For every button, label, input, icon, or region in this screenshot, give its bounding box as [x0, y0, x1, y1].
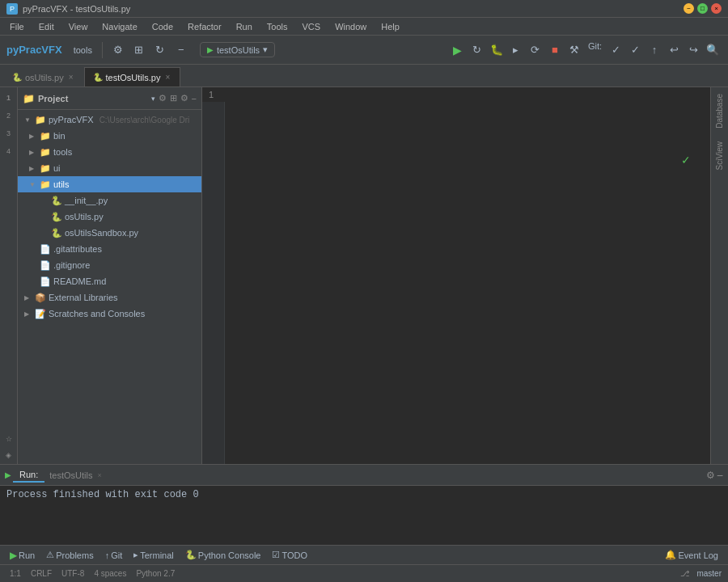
- tab-close-1[interactable]: ×: [67, 73, 75, 82]
- tree-arrow-external: ▶: [24, 294, 32, 302]
- tree-item-readme[interactable]: 📄 README.md: [18, 273, 201, 289]
- tree-label-gitattributes: .gitattributes: [53, 244, 102, 254]
- vcs-push-button[interactable]: ↑: [645, 41, 663, 59]
- search-button[interactable]: 🔍: [704, 41, 722, 59]
- status-python-version[interactable]: Python 2.7: [133, 569, 178, 578]
- run-config-selector[interactable]: ▶ testOsUtils ▾: [200, 42, 275, 57]
- toolbar: pyPracVFX tools ⚙ ⊞ ↻ − ▶ testOsUtils ▾ …: [0, 36, 728, 65]
- editor-code[interactable]: [225, 102, 710, 464]
- tree-item-ui[interactable]: ▶ 📁 ui: [18, 160, 201, 176]
- build-button[interactable]: ⚒: [565, 41, 583, 59]
- bottom-settings-btn[interactable]: ⚙: [706, 470, 715, 481]
- bottom-tabs-bar: ▶ Run: testOsUtils × ⚙ −: [0, 465, 728, 486]
- menu-navigate[interactable]: Navigate: [95, 20, 143, 33]
- status-encoding[interactable]: UTF-8: [58, 569, 87, 578]
- bottom-python-console-tab[interactable]: 🐍 Python Console: [180, 548, 266, 562]
- tree-item-gitignore[interactable]: 📄 .gitignore: [18, 257, 201, 273]
- redo-button[interactable]: ↪: [684, 41, 702, 59]
- tree-item-init-py[interactable]: 🐍 __init__.py: [18, 192, 201, 209]
- bottom-run-tab-btn[interactable]: ▶ Run: [5, 548, 40, 563]
- tree-item-scratches[interactable]: ▶ 📝 Scratches and Consoles: [18, 306, 201, 322]
- debug-button[interactable]: 🐛: [488, 41, 506, 59]
- minimize-button[interactable]: −: [684, 3, 694, 14]
- editor-main: [202, 102, 710, 464]
- tree-folder-icon-ui: 📁: [40, 163, 51, 174]
- project-settings-btn[interactable]: ⚙: [159, 93, 167, 103]
- close-button[interactable]: ×: [711, 3, 722, 14]
- toolbar-sync-btn[interactable]: ↻: [151, 41, 169, 59]
- tab-close-2[interactable]: ×: [163, 73, 171, 82]
- left-panel-icon-6[interactable]: ◈: [2, 449, 16, 464]
- menu-code[interactable]: Code: [146, 20, 180, 33]
- tree-item-utils[interactable]: ▼ 📁 utils: [18, 176, 201, 192]
- bottom-git-tab[interactable]: ↑ Git: [100, 549, 128, 562]
- run-tab-label: Run: [19, 550, 35, 560]
- git-icon: ↑: [105, 550, 110, 560]
- bottom-todo-tab[interactable]: ☑ TODO: [267, 548, 312, 562]
- undo-button[interactable]: ↩: [665, 41, 683, 59]
- status-line-ending[interactable]: CRLF: [28, 569, 55, 578]
- project-dropdown-icon[interactable]: ▾: [151, 95, 155, 103]
- left-panel-icon-1[interactable]: 1: [2, 91, 16, 105]
- tree-item-osutilssandbox-py[interactable]: 🐍 osUtilsSandbox.py: [18, 225, 201, 241]
- tree-arrow-bin: ▶: [29, 133, 37, 140]
- resume-button[interactable]: ↻: [468, 41, 486, 59]
- right-panel-sciview[interactable]: SciView: [715, 138, 724, 173]
- status-branch-name[interactable]: master: [696, 569, 722, 578]
- tree-item-osutils-py[interactable]: 🐍 osUtils.py: [18, 209, 201, 225]
- tree-folder-icon-tools: 📁: [40, 147, 51, 158]
- left-panel-icon-4[interactable]: 4: [2, 144, 16, 158]
- tree-file-icon-gitattributes: 📄: [40, 244, 51, 255]
- profile-button[interactable]: ⟳: [527, 41, 544, 59]
- left-panel-icon-3[interactable]: 3: [2, 126, 16, 141]
- bottom-run-tab-close[interactable]: ×: [97, 471, 101, 479]
- tree-item-external-libs[interactable]: ▶ 📦 External Libraries: [18, 289, 201, 306]
- tree-label-ui: ui: [53, 163, 61, 173]
- breadcrumb: 1: [202, 87, 710, 102]
- tab-py-icon-1: 🐍: [12, 73, 22, 82]
- coverage-button[interactable]: ▸: [507, 41, 525, 59]
- python-console-label: Python Console: [198, 550, 261, 560]
- project-folder-icon: 📁: [23, 93, 35, 104]
- menu-window[interactable]: Window: [328, 20, 373, 33]
- tree-item-gitattributes[interactable]: 📄 .gitattributes: [18, 241, 201, 257]
- toolbar-collapse-btn[interactable]: −: [172, 41, 190, 59]
- bottom-minimize-btn[interactable]: −: [717, 469, 723, 482]
- status-line-col[interactable]: 1:1: [6, 569, 24, 578]
- left-panel-icon-5[interactable]: ☆: [2, 432, 16, 446]
- tree-item-bin[interactable]: ▶ 📁 bin: [18, 128, 201, 144]
- right-panel-database[interactable]: Database: [715, 91, 724, 132]
- bottom-terminal-tab[interactable]: ▸ Terminal: [129, 548, 179, 562]
- tree-label-bin: bin: [53, 131, 66, 141]
- toolbar-expand-btn[interactable]: ⊞: [130, 41, 148, 59]
- vcs-commit-button[interactable]: ✓: [626, 41, 644, 59]
- tree-label-readme: README.md: [53, 276, 106, 286]
- menu-vcs[interactable]: VCS: [296, 20, 328, 33]
- stop-button[interactable]: ■: [546, 41, 564, 59]
- tab-testosutils[interactable]: 🐍 testOsUtils.py ×: [84, 67, 181, 86]
- menu-run[interactable]: Run: [230, 20, 259, 33]
- bottom-event-log-tab[interactable]: 🔔 Event Log: [660, 548, 723, 562]
- menu-edit[interactable]: Edit: [32, 20, 61, 33]
- menu-tools[interactable]: Tools: [260, 20, 294, 33]
- left-panel-icon-2[interactable]: 2: [2, 108, 16, 123]
- project-gear-btn[interactable]: ⚙: [180, 93, 188, 103]
- menu-view[interactable]: View: [62, 20, 95, 33]
- breadcrumb-number: 1: [209, 90, 214, 99]
- menu-help[interactable]: Help: [375, 20, 406, 33]
- toolbar-settings-btn[interactable]: ⚙: [109, 41, 127, 59]
- vcs-update-button[interactable]: ✓: [607, 41, 624, 59]
- run-config-chevron: ▾: [263, 44, 268, 55]
- tab-osutils[interactable]: 🐍 osUtils.py ×: [3, 67, 84, 86]
- bottom-tab-run[interactable]: Run:: [13, 468, 44, 483]
- maximize-button[interactable]: □: [697, 3, 708, 14]
- run-button[interactable]: ▶: [449, 41, 467, 59]
- menu-refactor[interactable]: Refactor: [181, 20, 228, 33]
- project-expand-btn[interactable]: ⊞: [170, 93, 177, 103]
- project-minus-btn[interactable]: −: [192, 94, 197, 103]
- status-indent[interactable]: 4 spaces: [91, 569, 129, 578]
- tree-item-tools[interactable]: ▶ 📁 tools: [18, 144, 201, 160]
- bottom-problems-tab[interactable]: ⚠ Problems: [41, 548, 98, 562]
- menu-file[interactable]: File: [3, 20, 31, 33]
- tree-item-pypracvfx[interactable]: ▼ 📁 pyPracVFX C:\Users\arch\Google Dri: [18, 112, 201, 128]
